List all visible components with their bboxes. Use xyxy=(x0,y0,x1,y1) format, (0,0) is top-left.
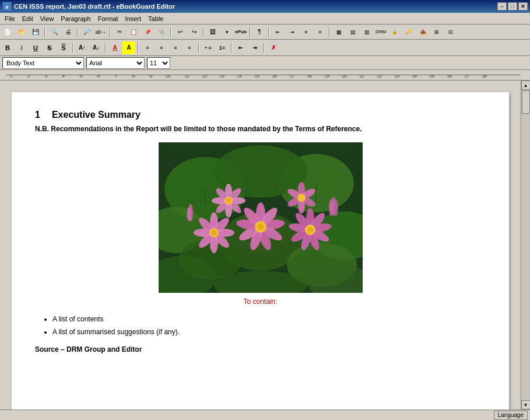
svg-text:·17·: ·17· xyxy=(289,74,296,78)
indent-left-button[interactable]: ⇤ xyxy=(272,26,285,38)
svg-text:·12·: ·12· xyxy=(201,74,208,78)
svg-text:·23·: ·23· xyxy=(394,74,401,78)
svg-text:·6·: ·6· xyxy=(96,74,101,78)
svg-text:·26·: ·26· xyxy=(446,74,453,78)
svg-text:·9·: ·9· xyxy=(149,74,153,78)
print-button[interactable]: 🖨 xyxy=(62,26,75,38)
menu-format[interactable]: Format xyxy=(94,13,122,24)
align-right-button[interactable]: ≡ xyxy=(169,41,182,54)
undo-button[interactable]: ↩ xyxy=(174,26,187,38)
close-button[interactable]: ✕ xyxy=(518,2,528,10)
font-size-up-button[interactable]: A↑ xyxy=(76,41,89,54)
list-item-1: A list of contents xyxy=(52,315,486,323)
overline-button[interactable]: S xyxy=(57,41,70,54)
separator-7 xyxy=(268,27,269,37)
font-size-down-button[interactable]: A↓ xyxy=(90,41,103,54)
svg-text:·27·: ·27· xyxy=(464,74,471,78)
scroll-thumb[interactable] xyxy=(522,90,530,114)
format-pg2[interactable]: ⊟ xyxy=(444,26,457,38)
main-toolbar: 📄 📂 💾 🔍 🖨 🔎 ab→ ✂ 📋 📌 📎 ↩ ↪ 🖼 ▾ ePub ¶ ⇤… xyxy=(0,24,530,40)
language-button[interactable]: Language xyxy=(494,411,528,420)
scroll-down-button[interactable]: ▼ xyxy=(521,400,531,410)
document-list: A list of contents A list of summarised … xyxy=(52,315,486,336)
svg-text:·22·: ·22· xyxy=(376,74,383,78)
heading-number: 1 xyxy=(35,110,40,120)
menu-file[interactable]: File xyxy=(1,13,19,24)
scroll-up-button[interactable]: ▲ xyxy=(521,80,531,90)
separator-4 xyxy=(170,27,171,37)
image-container xyxy=(35,142,486,293)
separator-5 xyxy=(203,27,204,37)
format-pg1[interactable]: ⊞ xyxy=(430,26,443,38)
align-justify-button[interactable]: ≡ xyxy=(183,41,196,54)
table-insert-button[interactable]: ▦ xyxy=(332,26,345,38)
find-button[interactable]: 🔎 xyxy=(80,26,93,38)
document-area: 1 Executive Summary N.B. Recommendations… xyxy=(0,80,530,410)
bold-button[interactable]: B xyxy=(1,41,14,54)
paste-special-button[interactable]: 📎 xyxy=(155,26,168,38)
table-row-button[interactable]: ▤ xyxy=(346,26,359,38)
svg-text:·25·: ·25· xyxy=(429,74,436,78)
outdent-button[interactable]: ⇤ xyxy=(234,41,247,54)
menu-bar: File Edit View Paragraph Format Insert T… xyxy=(0,13,530,24)
underline-button[interactable]: U xyxy=(29,41,42,54)
minimize-button[interactable]: ─ xyxy=(497,2,507,10)
image-options-button[interactable]: ▾ xyxy=(220,26,233,38)
indent-button[interactable]: ⇥ xyxy=(248,41,261,54)
drm-btn3[interactable]: 🔑 xyxy=(402,26,415,38)
separator-f4 xyxy=(198,43,199,53)
highlight-button[interactable]: A xyxy=(122,41,135,54)
format-btn2[interactable]: ≡ xyxy=(314,26,327,38)
menu-edit[interactable]: Edit xyxy=(19,13,37,24)
document-scroll[interactable]: 1 Executive Summary N.B. Recommendations… xyxy=(0,80,521,410)
svg-point-93 xyxy=(187,207,191,221)
replace-button[interactable]: ab→ xyxy=(94,26,107,38)
numbering-button[interactable]: 1≡ xyxy=(216,41,229,54)
maximize-button[interactable]: □ xyxy=(508,2,517,10)
font-color-button[interactable]: A xyxy=(108,41,121,54)
nb-paragraph: N.B. Recommendations in the Report will … xyxy=(35,125,486,133)
scroll-track[interactable] xyxy=(521,90,530,400)
separator-f3 xyxy=(138,43,139,53)
svg-text:·10·: ·10· xyxy=(164,74,171,78)
paste-button[interactable]: 📌 xyxy=(141,26,154,38)
new-button[interactable]: 📄 xyxy=(1,26,14,38)
svg-text:·7·: ·7· xyxy=(114,74,118,78)
open-button[interactable]: 📂 xyxy=(15,26,28,38)
epub-button[interactable]: ePub xyxy=(234,26,247,38)
svg-text:·5·: ·5· xyxy=(79,74,83,78)
strikethrough-button[interactable]: S xyxy=(43,41,56,54)
bullets-button[interactable]: • ≡ xyxy=(202,41,215,54)
menu-table[interactable]: Table xyxy=(145,13,167,24)
pilcrow-button[interactable]: ¶ xyxy=(253,26,266,38)
copy-button[interactable]: 📋 xyxy=(127,26,140,38)
paragraph-style-select[interactable]: Body Text Heading 1 Heading 2 Normal xyxy=(2,57,84,69)
menu-paragraph[interactable]: Paragraph xyxy=(57,13,94,24)
menu-view[interactable]: View xyxy=(37,13,58,24)
separator-f2 xyxy=(105,43,106,53)
indent-right-button[interactable]: ⇥ xyxy=(286,26,299,38)
drm-btn2[interactable]: 🔒 xyxy=(388,26,401,38)
drm-btn4[interactable]: 📤 xyxy=(416,26,429,38)
table-col-button[interactable]: ▥ xyxy=(360,26,373,38)
svg-text:·8·: ·8· xyxy=(131,74,136,78)
drm-btn1[interactable]: DRM xyxy=(374,26,387,38)
separator-8 xyxy=(329,27,330,37)
format-btn1[interactable]: ≡ xyxy=(300,26,313,38)
save-button[interactable]: 💾 xyxy=(29,26,42,38)
insert-image-button[interactable]: 🖼 xyxy=(206,26,219,38)
vertical-scrollbar[interactable]: ▲ ▼ xyxy=(521,80,530,410)
print-preview-button[interactable]: 🔍 xyxy=(48,26,61,38)
font-size-select[interactable]: 11 8 9 10 12 14 16 18 xyxy=(147,57,170,69)
separator-f1 xyxy=(72,43,73,53)
svg-point-71 xyxy=(307,227,313,233)
redo-button[interactable]: ↪ xyxy=(188,26,201,38)
menu-insert[interactable]: Insert xyxy=(122,13,145,24)
cut-button[interactable]: ✂ xyxy=(113,26,126,38)
italic-button[interactable]: I xyxy=(15,41,28,54)
svg-text:·14·: ·14· xyxy=(236,74,243,78)
align-left-button[interactable]: ≡ xyxy=(141,41,154,54)
clear-format-button[interactable]: ✗ xyxy=(267,41,280,54)
align-center-button[interactable]: ≡ xyxy=(155,41,168,54)
font-select[interactable]: Arial Times New Roman Courier New xyxy=(86,57,145,69)
